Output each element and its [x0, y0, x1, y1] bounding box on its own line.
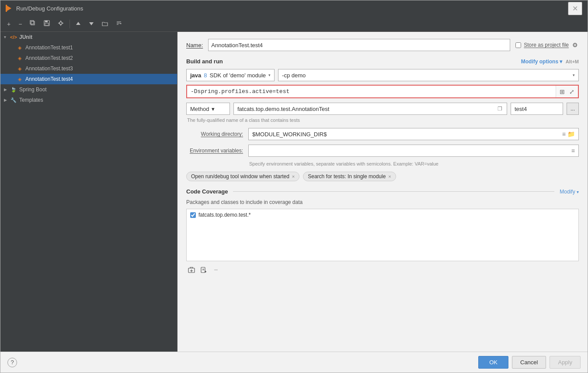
close-button[interactable]: ✕ [568, 2, 582, 15]
method-dropdown-arrow: ▾ [212, 106, 215, 112]
folder-button[interactable] [99, 19, 111, 29]
browse-method-button[interactable]: ... [567, 103, 579, 115]
env-vars-edit-button[interactable]: ≡ [571, 147, 575, 154]
springboot-group[interactable]: ▶ 🍃 Spring Boot [0, 84, 177, 95]
config-form: Name: Store as project file ⚙ Build and … [177, 32, 588, 352]
name-input[interactable] [208, 39, 510, 51]
svg-marker-17 [120, 23, 122, 24]
junit-icon: </> [10, 34, 17, 41]
sdk-selector[interactable]: java 8 SDK of 'demo' module ▾ [186, 69, 275, 81]
add-package-button[interactable] [186, 266, 197, 276]
templates-group[interactable]: ▶ 🔧 Templates [0, 95, 177, 105]
junit-arrow: ▾ [4, 35, 9, 39]
test2-icon: ◈ [16, 55, 23, 62]
gear-button[interactable]: ⚙ [571, 41, 579, 49]
templates-icon: 🔧 [10, 97, 17, 104]
sdk-java-label: java [190, 72, 201, 79]
coverage-modify-label: Modify [560, 189, 575, 195]
help-button[interactable]: ? [7, 358, 17, 367]
move-up-button[interactable] [73, 19, 84, 29]
main-content: ▾ </> JUnit ◈ AnnotationTest.test1 ◈ Ann… [0, 32, 588, 352]
store-checkbox[interactable] [515, 42, 521, 48]
title-bar: Run/Debug Configurations ✕ [0, 0, 588, 16]
cancel-button[interactable]: Cancel [512, 356, 546, 369]
class-hint: The fully-qualified name of a class that… [186, 117, 579, 123]
badge2-close[interactable]: × [388, 174, 391, 179]
test3-label: AnnotationTest.test3 [25, 66, 73, 72]
build-run-header: Build and run Modify options ▾ Alt+M [186, 58, 579, 65]
test-class-input[interactable]: fatcats.top.demo.test.AnnotationTest ❐ [233, 103, 507, 115]
vm-options-input[interactable] [187, 86, 556, 97]
svg-rect-5 [45, 21, 48, 22]
modify-options-link[interactable]: Modify options ▾ Alt+M [521, 59, 579, 65]
coverage-modify-link[interactable]: Modify ▾ [560, 189, 579, 195]
sort-button[interactable] [113, 18, 125, 29]
class-value: fatcats.top.demo.test.AnnotationTest [237, 106, 329, 112]
method-name-input[interactable] [511, 103, 563, 115]
remove-coverage-button[interactable] [211, 266, 221, 276]
test2-label: AnnotationTest.test2 [25, 55, 73, 61]
badge-search-tests: Search for tests: In single module × [303, 172, 396, 181]
vm-options-row: ⊞ ⤢ [186, 85, 579, 98]
templates-label: Templates [19, 97, 43, 103]
env-vars-label: Environment variables: [186, 148, 243, 154]
wrench-button[interactable] [55, 18, 67, 29]
test1-icon: ◈ [16, 44, 23, 51]
working-dir-edit-button[interactable]: ≡ [562, 131, 566, 138]
tree-item-test2[interactable]: ◈ AnnotationTest.test2 [0, 53, 177, 63]
badge-open-tool-window: Open run/debug tool window when started … [186, 172, 299, 181]
apply-button[interactable]: Apply [550, 356, 581, 369]
toolbar: + − [0, 16, 588, 32]
test-kind-label: Method [190, 106, 209, 112]
working-dir-browse-button[interactable]: 📁 [567, 131, 575, 138]
add-config-button[interactable]: + [4, 19, 14, 29]
svg-rect-3 [30, 21, 34, 24]
coverage-list: fatcats.top.demo.test.* [186, 209, 579, 261]
badge1-close[interactable]: × [292, 174, 295, 179]
expand-args-button[interactable]: ⊞ [558, 87, 567, 96]
templates-arrow: ▶ [4, 98, 9, 102]
sdk-arrow: ▾ [268, 73, 271, 77]
modify-options-arrow: ▾ [560, 59, 562, 65]
working-dir-value: $MODULE_WORKING_DIR$ [252, 131, 327, 138]
svg-point-7 [59, 22, 62, 24]
tree-item-test4[interactable]: ◈ AnnotationTest.test4 [0, 74, 177, 84]
badge1-label: Open run/debug tool window when started [191, 173, 289, 180]
svg-rect-6 [45, 23, 49, 25]
ok-button[interactable]: OK [478, 356, 508, 369]
coverage-title: Code Coverage [186, 188, 228, 195]
sdk-module-text: SDK of 'demo' module [210, 72, 266, 79]
open-editor-button[interactable]: ⤢ [567, 87, 576, 96]
coverage-header: Code Coverage Modify ▾ [186, 188, 579, 195]
working-dir-input[interactable]: $MODULE_WORKING_DIR$ ≡ 📁 [248, 128, 579, 140]
springboot-icon: 🍃 [10, 86, 17, 93]
tree-item-test1[interactable]: ◈ AnnotationTest.test1 [0, 42, 177, 53]
env-hint: Specify environment variables, separate … [186, 161, 579, 166]
env-vars-input[interactable]: ≡ [248, 145, 579, 157]
toolbar-separator [70, 20, 70, 28]
copy-config-button[interactable] [27, 18, 39, 29]
class-copy-button[interactable]: ❐ [497, 105, 503, 113]
coverage-divider [233, 191, 554, 192]
add-class-button[interactable] [198, 266, 209, 276]
springboot-arrow: ▶ [4, 87, 9, 92]
bottom-bar: ? OK Cancel Apply [0, 352, 588, 373]
junit-group[interactable]: ▾ </> JUnit [0, 32, 177, 42]
coverage-item: fatcats.top.demo.test.* [190, 212, 575, 218]
sdk-row: java 8 SDK of 'demo' module ▾ -cp demo ▾ [186, 69, 579, 81]
dialog-title: Run/Debug Configurations [16, 5, 568, 12]
coverage-item-text: fatcats.top.demo.test.* [198, 212, 251, 218]
cp-selector[interactable]: -cp demo ▾ [278, 69, 579, 81]
cp-dropdown-arrow: ▾ [573, 73, 575, 77]
coverage-subtitle: Packages and classes to include in cover… [186, 199, 579, 205]
svg-marker-13 [89, 22, 94, 25]
remove-config-button[interactable]: − [15, 19, 25, 29]
save-config-button[interactable] [41, 18, 53, 29]
tree-item-test3[interactable]: ◈ AnnotationTest.test3 [0, 63, 177, 74]
move-down-button[interactable] [86, 19, 97, 29]
badges-row: Open run/debug tool window when started … [186, 172, 579, 181]
env-vars-row: Environment variables: ≡ [186, 145, 579, 157]
test-kind-selector[interactable]: Method ▾ [186, 103, 230, 115]
coverage-item-checkbox[interactable] [190, 212, 196, 218]
test4-label: AnnotationTest.test4 [25, 76, 73, 82]
